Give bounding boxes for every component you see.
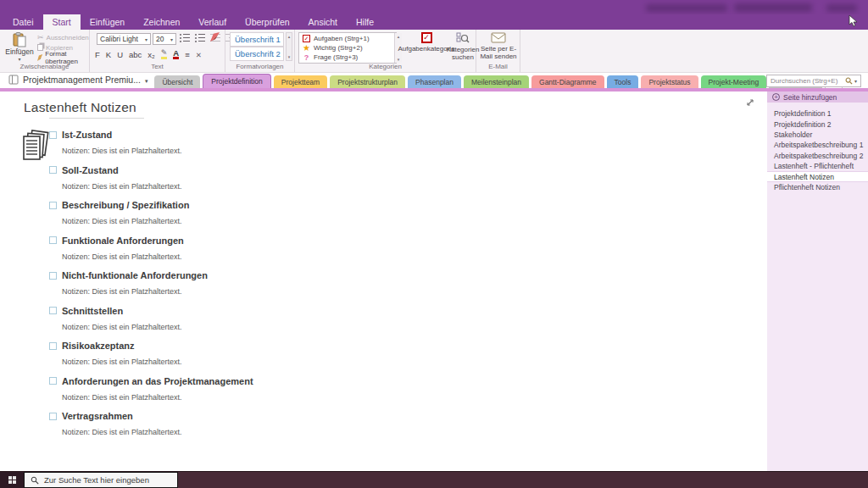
menu-tab[interactable]: Verlauf [189, 14, 236, 30]
menu-tab[interactable]: Datei [3, 14, 43, 30]
section-heading[interactable]: Nicht-funktionale Anforderungen [62, 270, 208, 280]
section-heading[interactable]: Risikoakzeptanz [62, 341, 135, 351]
section-heading[interactable]: Beschreibung / Spezifikation [62, 200, 189, 210]
section-tab[interactable]: Gantt-Diagramme [531, 75, 604, 88]
text-format-button[interactable]: K [106, 50, 111, 59]
section-heading[interactable]: Anforderungen an das Projektmanagement [62, 376, 253, 386]
page-list-item[interactable]: Pflichtenheft Notizen [767, 182, 868, 192]
section-tab[interactable]: Projekt-Meeting [701, 75, 767, 88]
page-list-item[interactable]: Projektdefinition 2 [767, 119, 868, 129]
styles-scrollbar[interactable]: ▴▾ [286, 32, 292, 61]
font-name-select[interactable]: Calibri Light [97, 33, 151, 45]
ribbon-menu-bar: Datei Start Einfügen Zeichnen Verlauf Üb… [0, 14, 868, 30]
page-sections: Ist-Zustand Notizen: Dies ist ein Platzh… [49, 130, 575, 446]
section-heading[interactable]: Funktionale Anforderungen [62, 236, 184, 246]
style-heading2[interactable]: Überschrift 2 [230, 47, 284, 61]
section-tab[interactable]: Phasenplan [408, 75, 461, 88]
find-categories-button[interactable]: Kategorien suchen [446, 32, 480, 61]
font-color-icon[interactable]: A [173, 49, 179, 59]
todo-checkbox[interactable] [49, 413, 57, 420]
page-list-item[interactable]: Arbeitspaketbeschreibung 1 [767, 140, 868, 150]
menu-tab[interactable]: Ansicht [299, 14, 347, 30]
menu-tab[interactable]: Hilfe [347, 14, 383, 30]
format-painter-button[interactable]: Format übertragen [37, 53, 89, 62]
menu-tab[interactable]: Einfügen [81, 14, 134, 30]
expand-icon[interactable] [745, 96, 755, 111]
text-format-button[interactable]: U [117, 50, 123, 59]
text-group: Calibri Light 20 FKUabcx₂ ✎ A Text [90, 30, 225, 72]
categories-group: ▴▾ Aufgaben (Strg+1) Wichtig (Strg+2) Fr… [295, 30, 476, 72]
section-note[interactable]: Notizen: Dies ist ein Platzhaltertext. [62, 182, 575, 191]
redacted-title-text [734, 3, 812, 12]
category-item[interactable]: Wichtig (Strg+2) [299, 43, 396, 53]
section-tab[interactable]: Projektstrukturplan [330, 75, 405, 88]
task-category-button[interactable]: Aufgabenkategorie [400, 32, 453, 53]
page-title[interactable]: Lastenheft Notizen [24, 100, 136, 115]
todo-checkbox[interactable] [49, 342, 57, 350]
todo-checkbox[interactable] [49, 131, 57, 139]
section-note[interactable]: Notizen: Dies ist ein Platzhaltertext. [62, 217, 575, 225]
highlight-color-icon[interactable]: ✎ [161, 49, 168, 59]
section-tab[interactable]: Projektstatus [641, 75, 698, 88]
category-search-icon [456, 32, 470, 44]
outline-section: Anforderungen an das Projektmanagement N… [49, 376, 575, 402]
menu-tab[interactable]: Überprüfen [236, 14, 299, 30]
section-note[interactable]: Notizen: Dies ist ein Platzhaltertext. [62, 358, 575, 366]
page-list-item[interactable]: Stakeholder [767, 130, 868, 140]
section-note[interactable]: Notizen: Dies ist ein Platzhaltertext. [62, 393, 575, 402]
numbered-list-icon[interactable] [195, 33, 205, 43]
taskbar-search-input[interactable]: Zur Suche Text hier eingeben [24, 472, 178, 488]
text-format-button[interactable]: abc [129, 50, 142, 59]
send-page-email-button[interactable]: Seite per E-Mail senden [479, 32, 518, 60]
section-heading[interactable]: Soll-Zustand [62, 165, 119, 175]
notebook-icon [8, 75, 19, 85]
todo-checkbox[interactable] [49, 166, 57, 174]
page-canvas[interactable]: Lastenheft Notizen Ist-Zustand Notizen: … [0, 92, 767, 471]
section-tab[interactable]: Übersicht [154, 75, 200, 88]
paste-label: Einfügen [5, 47, 34, 56]
section-note[interactable]: Notizen: Dies ist ein Platzhaltertext. [62, 287, 575, 296]
category-item[interactable]: Frage (Strg+3) [299, 53, 396, 62]
page-list-item[interactable]: Projektdefinition 1 [767, 108, 868, 119]
menu-tab[interactable]: Start [43, 14, 81, 30]
category-list[interactable]: ▴▾ Aufgaben (Strg+1) Wichtig (Strg+2) Fr… [298, 32, 397, 64]
section-heading[interactable]: Schnittstellen [62, 306, 123, 316]
styles-group: Überschrift 1 Überschrift 2 ▴▾ Formatvor… [225, 30, 295, 72]
section-tab[interactable]: Projektteam [274, 75, 327, 88]
font-size-select[interactable]: 20 [153, 33, 176, 45]
paragraph-align-icon[interactable] [185, 50, 190, 59]
style-heading1[interactable]: Überschrift 1 [230, 32, 284, 47]
section-tab[interactable]: Meilensteinplan [464, 75, 529, 88]
taskbar-search-placeholder: Zur Suche Text hier eingeben [44, 475, 149, 485]
section-heading[interactable]: Ist-Zustand [62, 130, 112, 140]
menu-tab[interactable]: Zeichnen [134, 14, 189, 30]
todo-checkbox[interactable] [49, 272, 57, 280]
section-tab[interactable]: Projektdefinition [203, 74, 270, 88]
todo-checkbox[interactable] [49, 236, 57, 244]
section-note[interactable]: Notizen: Dies ist ein Platzhaltertext. [62, 428, 575, 436]
todo-checkbox[interactable] [49, 202, 57, 209]
category-item[interactable]: Aufgaben (Strg+1) [299, 34, 396, 43]
todo-checkbox[interactable] [49, 377, 57, 385]
section-note[interactable]: Notizen: Dies ist ein Platzhaltertext. [62, 323, 575, 331]
notebook-search-box[interactable]: Durchsuchen (Strg+E) [766, 75, 861, 87]
section-note[interactable]: Notizen: Dies ist ein Platzhaltertext. [62, 147, 575, 155]
notebook-selector[interactable]: Projektmanagement Premiu... [0, 73, 154, 88]
section-heading[interactable]: Vertragsrahmen [62, 411, 133, 421]
page-list-item[interactable]: Lastenheft - Pflichtenheft [767, 161, 868, 171]
add-page-button[interactable]: + Seite hinzufügen [767, 92, 868, 103]
page-list-item[interactable]: Lastenheft Notizen [767, 171, 868, 181]
start-button[interactable] [0, 472, 24, 488]
bullet-list-icon[interactable] [180, 33, 190, 43]
text-format-buttons: FKUabcx₂ ✎ A [95, 49, 202, 59]
todo-checkbox[interactable] [49, 307, 57, 314]
page-list-item[interactable]: Arbeitspaketbeschreibung 2 [767, 151, 868, 161]
text-format-button[interactable]: x₂ [147, 50, 154, 59]
text-format-button[interactable]: F [95, 50, 100, 59]
section-tab[interactable]: Tools [607, 75, 639, 88]
paste-button[interactable]: Einfügen ▾ [5, 32, 34, 63]
clear-formatting-icon[interactable] [196, 50, 202, 59]
section-note[interactable]: Notizen: Dies ist ein Platzhaltertext. [62, 252, 575, 261]
search-icon [845, 77, 853, 85]
dropdown-arrow-icon [854, 77, 857, 85]
